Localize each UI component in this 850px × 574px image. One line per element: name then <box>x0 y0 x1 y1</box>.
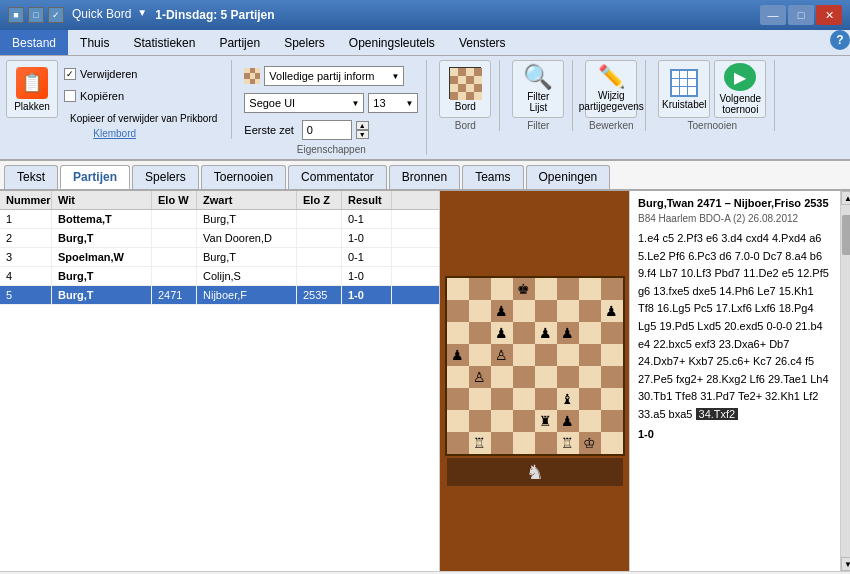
th-eloz: Elo Z <box>297 191 342 209</box>
kopieren-checkbox[interactable] <box>64 90 76 102</box>
spin-control[interactable]: ▲ ▼ <box>356 121 369 139</box>
table-row[interactable]: 3 Spoelman,W Burg,T 0-1 <box>0 248 439 267</box>
chess-cell-5-0 <box>447 388 469 410</box>
tab-toernooien[interactable]: Toernooien <box>201 165 286 189</box>
verwijderen-checkbox-row: ✓ Verwijderen <box>64 64 223 84</box>
plakken-button[interactable]: 📋 Plakken <box>6 60 58 118</box>
chess-cell-2-4: ♟ <box>535 322 557 344</box>
app-icon-3: ✓ <box>48 7 64 23</box>
chess-cell-2-2: ♟ <box>491 322 513 344</box>
wijzig-button[interactable]: ✏️ Wijzig partijgegevens <box>585 60 637 118</box>
vertical-scrollbar[interactable]: ▲ ▼ <box>840 191 850 571</box>
spin-down[interactable]: ▼ <box>356 130 369 139</box>
menu-spelers[interactable]: Spelers <box>272 30 337 55</box>
td-elow <box>152 210 197 228</box>
app-icon-1: ■ <box>8 7 24 23</box>
verwijderen-checkbox[interactable]: ✓ <box>64 68 76 80</box>
kopieer-button[interactable]: Kopieer of verwijder van Prikbord <box>64 108 223 128</box>
tab-partijen[interactable]: Partijen <box>60 165 130 189</box>
table-row[interactable]: 4 Burg,T Colijn,S 1-0 <box>0 267 439 286</box>
ribbon-group-eigenschappen: Volledige partij inform ▼ Segoe UI ▼ 13 … <box>244 60 427 155</box>
game-moves: 1.e4 c5 2.Pf3 e6 3.d4 cxd4 4.Pxd4 a6 5.L… <box>638 230 832 424</box>
td-zwart: Van Dooren,D <box>197 229 297 247</box>
chess-cell-5-4 <box>535 388 557 410</box>
game-event: B84 Haarlem BDO-A (2) 26.08.2012 <box>638 213 832 224</box>
font-dropdown[interactable]: Segoe UI ▼ <box>244 93 364 113</box>
chess-cell-6-3 <box>513 410 535 432</box>
toernooien-group-label: Toernooien <box>658 120 766 131</box>
dropdown-arrow-app[interactable]: ▼ <box>137 7 147 23</box>
menu-vensters[interactable]: Vensters <box>447 30 518 55</box>
volgende-toernooi-button[interactable]: ▶ Volgende toernooi <box>714 60 766 118</box>
window-controls[interactable]: — □ ✕ <box>760 5 842 25</box>
td-elow <box>152 229 197 247</box>
table-row[interactable]: 2 Burg,T Van Dooren,D 1-0 <box>0 229 439 248</box>
chess-cell-6-0 <box>447 410 469 432</box>
table-header: Nummer Wit Elo W Zwart Elo Z Result <box>0 191 439 210</box>
help-icon[interactable]: ? <box>830 30 850 50</box>
td-num: 2 <box>0 229 52 247</box>
td-result: 1-0 <box>342 267 392 285</box>
chess-cell-4-4 <box>535 366 557 388</box>
menu-openingsleutels[interactable]: Openingsleutels <box>337 30 447 55</box>
chess-cell-0-4 <box>535 278 557 300</box>
filter-lijst-button[interactable]: 🔍 Filter Lijst <box>512 60 564 118</box>
tab-commentator[interactable]: Commentator <box>288 165 387 189</box>
table-row[interactable]: 1 Bottema,T Burg,T 0-1 <box>0 210 439 229</box>
menu-thuis[interactable]: Thuis <box>68 30 121 55</box>
menu-bestand[interactable]: Bestand <box>0 30 68 55</box>
tab-teams[interactable]: Teams <box>462 165 523 189</box>
spin-up[interactable]: ▲ <box>356 121 369 130</box>
tab-bronnen[interactable]: Bronnen <box>389 165 460 189</box>
td-wit: Burg,T <box>52 267 152 285</box>
chess-cell-6-2 <box>491 410 513 432</box>
menu-partijen[interactable]: Partijen <box>207 30 272 55</box>
chess-cell-0-0 <box>447 278 469 300</box>
tab-tekst[interactable]: Tekst <box>4 165 58 189</box>
maximize-button[interactable]: □ <box>788 5 814 25</box>
td-wit: Burg,T <box>52 286 152 304</box>
eerste-zet-input[interactable]: 0 <box>302 120 352 140</box>
board-mini-icon <box>244 68 260 84</box>
chevron-down-icon: ▼ <box>391 72 399 81</box>
chess-cell-3-0: ♟ <box>447 344 469 366</box>
chess-cell-0-7 <box>601 278 623 300</box>
table-row-selected[interactable]: 5 Burg,T 2471 Nijboer,F 2535 1-0 <box>0 286 439 305</box>
tab-spelers[interactable]: Spelers <box>132 165 199 189</box>
scroll-down-button[interactable]: ▼ <box>841 557 850 571</box>
knight-icon: ♞ <box>526 460 544 484</box>
filter-group-label: Filter <box>512 120 564 131</box>
td-num: 5 <box>0 286 52 304</box>
font-dropdown-row: Segoe UI ▼ 13 ▼ <box>244 93 418 113</box>
chess-cell-4-2 <box>491 366 513 388</box>
th-result: Result <box>342 191 392 209</box>
scroll-up-button[interactable]: ▲ <box>841 191 850 205</box>
tabs: Tekst Partijen Spelers Toernooien Commen… <box>0 161 850 191</box>
chess-cell-5-1 <box>469 388 491 410</box>
minimize-button[interactable]: — <box>760 5 786 25</box>
font-chevron-icon: ▼ <box>351 99 359 108</box>
bord-button[interactable]: Bord <box>439 60 491 118</box>
td-result: 0-1 <box>342 248 392 266</box>
td-result: 1-0 <box>342 229 392 247</box>
size-dropdown[interactable]: 13 ▼ <box>368 93 418 113</box>
bord-group-label: Bord <box>439 120 491 131</box>
app-icon-2: □ <box>28 7 44 23</box>
td-eloz <box>297 267 342 285</box>
chess-cell-2-5: ♟ <box>557 322 579 344</box>
tab-openingen[interactable]: Openingen <box>526 165 611 189</box>
chess-cell-4-0 <box>447 366 469 388</box>
scroll-thumb[interactable] <box>842 215 850 255</box>
info-dropdown[interactable]: Volledige partij inform ▼ <box>264 66 404 86</box>
chess-cell-5-2 <box>491 388 513 410</box>
eerste-zet-row: Eerste zet 0 ▲ ▼ <box>244 120 418 140</box>
chess-cell-0-2 <box>491 278 513 300</box>
close-button[interactable]: ✕ <box>816 5 842 25</box>
menu-statistieken[interactable]: Statistieken <box>121 30 207 55</box>
chess-board-area: ♚♟♟♟♟♟♟♙♙♝♜♟♖♖♔ ♞ <box>440 191 630 571</box>
td-zwart: Nijboer,F <box>197 286 297 304</box>
board-icon <box>449 67 481 99</box>
chess-cell-7-6: ♔ <box>579 432 601 454</box>
kruistabel-button[interactable]: Kruistabel <box>658 60 710 118</box>
td-eloz <box>297 229 342 247</box>
